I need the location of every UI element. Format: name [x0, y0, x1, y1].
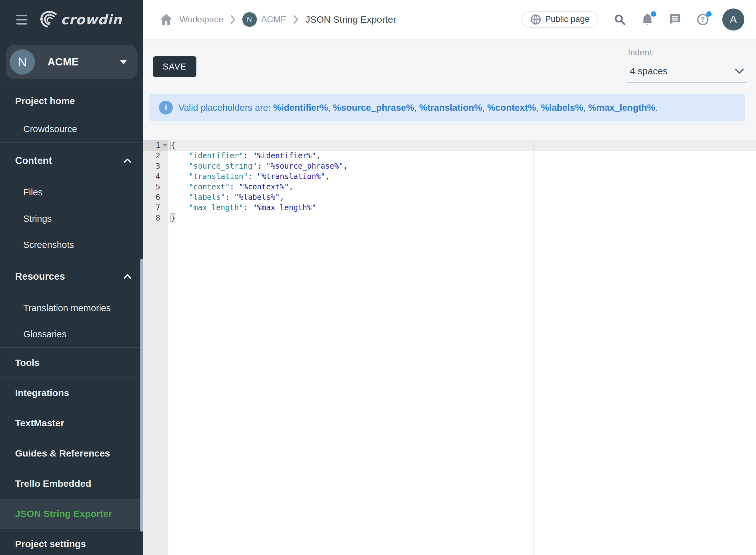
home-icon[interactable] [160, 13, 172, 26]
sidebar-item-guides-references[interactable]: Guides & References [0, 438, 143, 468]
topbar: crowdin Workspace N ACME JSON String Exp… [0, 0, 756, 39]
page-title: JSON String Exporter [305, 14, 396, 25]
sidebar-item-resources[interactable]: Resources [0, 258, 143, 295]
sidebar-scrollbar[interactable] [140, 259, 143, 532]
project-avatar: N [10, 49, 35, 75]
code-line: "translation": "%translation%", [171, 171, 756, 182]
save-button[interactable]: SAVE [153, 56, 197, 77]
sidebar-item-textmaster[interactable]: TextMaster [0, 408, 143, 438]
sidebar-item-glossaries[interactable]: Glossaries [0, 321, 143, 348]
sidebar-item-translation-memories[interactable]: Translation memories [0, 295, 143, 321]
code-token-punc: : [257, 162, 266, 171]
placeholder-token: %source_phrase% [333, 102, 414, 113]
breadcrumb-project-label: ACME [261, 14, 287, 25]
code-lines: { "identifier": "%identifier%", "source_… [171, 140, 756, 223]
sidebar-item-crowdsource[interactable]: Crowdsource [0, 116, 143, 142]
sidebar-item-label: Content [15, 155, 52, 166]
topbar-content: Workspace N ACME JSON String Exporter Pu… [143, 0, 756, 39]
gutter-line-number: 3 [143, 161, 168, 171]
code-token-key: "identifier" [189, 151, 243, 160]
code-line: "labels": "%labels%", [171, 192, 756, 203]
indent-control: Indent: 4 spaces [627, 48, 747, 83]
gutter-line-number: 7 [143, 203, 168, 213]
hamburger-menu-icon[interactable] [16, 12, 27, 27]
sidebar-item-strings[interactable]: Strings [0, 206, 143, 232]
code-token-punc: , [280, 193, 284, 202]
sidebar-item-label: Strings [23, 214, 52, 224]
code-editor[interactable]: 12345678 { "identifier": "%identifier%",… [143, 140, 756, 555]
code-token-punc: : [225, 193, 234, 202]
sidebar-item-label: JSON String Exporter [15, 508, 112, 519]
code-line: { [171, 140, 756, 151]
gutter-line-number: 1 [143, 140, 168, 151]
code-token-key: "source_string" [189, 162, 257, 171]
public-page-button[interactable]: Public page [521, 11, 598, 28]
code-line: } [171, 213, 756, 223]
code-token-punc: : [248, 172, 257, 181]
code-token-punc: : [243, 203, 252, 212]
help-badge [706, 11, 712, 17]
crowdin-logo[interactable]: crowdin [38, 10, 122, 29]
chevron-right-icon [293, 15, 298, 24]
placeholder-token: %context% [487, 102, 536, 113]
sidebar-item-label: Project settings [15, 539, 86, 549]
code-token-punc: , [325, 172, 330, 181]
globe-icon [530, 14, 541, 25]
sidebar-item-trello-embedded[interactable]: Trello Embedded [0, 468, 143, 499]
code-token-key: "context" [189, 182, 230, 191]
placeholder-token: %identifier% [273, 102, 328, 113]
notifications-bell-icon[interactable] [641, 13, 654, 26]
sidebar-item-label: Glossaries [23, 329, 67, 339]
sidebar-item-integrations[interactable]: Integrations [0, 378, 143, 408]
sidebar-item-project-settings[interactable]: Project settings [0, 529, 143, 555]
code-token-punc: , [289, 182, 293, 191]
sidebar-item-files[interactable]: Files [0, 179, 143, 206]
sidebar-item-content[interactable]: Content [0, 142, 143, 179]
code-token-bracket: { [170, 141, 176, 151]
indent-value: 4 spaces [630, 66, 668, 77]
public-page-label: Public page [545, 14, 589, 24]
code-token-key: "translation" [189, 172, 248, 181]
help-icon[interactable]: ? [697, 13, 709, 26]
topbar-brand-area: crowdin [0, 0, 143, 39]
gutter-line-number: 8 [143, 213, 168, 223]
code-token-punc [171, 162, 189, 171]
sidebar-item-label: Trello Embedded [15, 478, 91, 489]
code-token-str: "%identifier%" [252, 151, 316, 160]
breadcrumb-workspace[interactable]: Workspace [179, 14, 223, 25]
code-token-str: "%labels%" [234, 193, 280, 202]
fold-caret-icon[interactable] [163, 144, 167, 147]
sidebar-item-project-home[interactable]: Project home [0, 86, 143, 116]
code-token-punc: , [343, 162, 348, 171]
search-icon[interactable] [614, 13, 626, 26]
sidebar-item-label: TextMaster [15, 418, 64, 429]
caret-down-icon [120, 60, 127, 64]
code-token-str: "%translation%" [257, 172, 326, 181]
breadcrumb: Workspace N ACME JSON String Exporter [160, 12, 521, 27]
sidebar-item-screenshots[interactable]: Screenshots [0, 232, 143, 258]
breadcrumb-project[interactable]: N ACME [242, 12, 287, 27]
project-switcher[interactable]: N ACME [6, 45, 137, 79]
sidebar-item-label: Crowdsource [23, 124, 77, 134]
sidebar-item-tools[interactable]: Tools [0, 348, 143, 378]
crowdin-bird-icon [38, 10, 57, 29]
sidebar-item-label: Project home [15, 96, 75, 106]
sidebar-item-json-string-exporter[interactable]: JSON String Exporter [0, 499, 143, 529]
sidebar-menu: Project homeCrowdsourceContentFilesStrin… [0, 86, 143, 555]
code-token-punc: , [316, 151, 321, 160]
placeholder-token: %translation% [419, 102, 482, 113]
sidebar-item-label: Integrations [15, 388, 69, 398]
sidebar: N ACME Project homeCrowdsourceContentFil… [0, 39, 143, 555]
code-token-key: "labels" [189, 193, 225, 202]
sidebar-item-label: Translation memories [23, 303, 111, 313]
gutter-line-number: 2 [143, 151, 168, 161]
user-avatar[interactable]: A [722, 8, 744, 31]
sidebar-item-label: Screenshots [23, 240, 74, 250]
indent-label: Indent: [627, 48, 747, 57]
messages-icon[interactable] [669, 13, 681, 26]
code-token-punc: : [243, 151, 252, 160]
indent-select[interactable]: 4 spaces [627, 57, 747, 83]
code-token-punc [171, 151, 189, 160]
code-token-key: "max_length" [189, 203, 243, 212]
sidebar-item-label: Guides & References [15, 448, 110, 459]
